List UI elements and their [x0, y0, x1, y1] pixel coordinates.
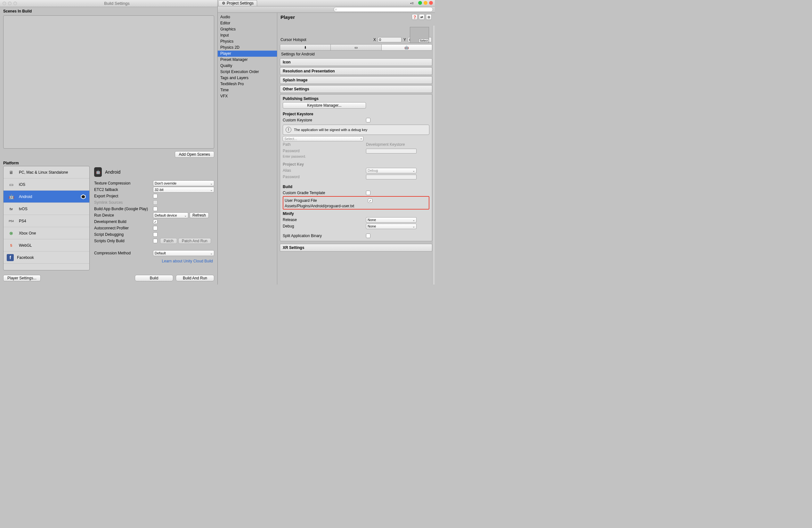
cat-vfx[interactable]: VFX: [218, 93, 277, 99]
minimize-icon[interactable]: [8, 2, 12, 5]
gear-icon[interactable]: ⚙: [426, 14, 432, 20]
cat-preset[interactable]: Preset Manager: [218, 57, 277, 63]
build-and-run-button[interactable]: Build And Run: [176, 275, 214, 281]
minimize-icon[interactable]: [424, 1, 427, 5]
player-settings-button[interactable]: Player Settings...: [3, 275, 41, 281]
cat-script-order[interactable]: Script Execution Order: [218, 69, 277, 75]
page-title: Player: [280, 14, 410, 20]
fold-other[interactable]: Other Settings: [280, 85, 432, 93]
custom-keystore-checkbox[interactable]: [366, 118, 371, 123]
zoom-icon[interactable]: [13, 2, 17, 5]
dev-build-checkbox[interactable]: [153, 219, 158, 224]
default-icon-swatch[interactable]: Select: [410, 27, 429, 43]
add-open-scenes-button[interactable]: Add Open Scenes: [175, 151, 214, 158]
cursor-hotspot-label: Cursor Hotspot: [280, 38, 372, 42]
app-bundle-checkbox[interactable]: [153, 206, 158, 211]
x-label: X: [373, 38, 376, 42]
run-device-select[interactable]: Default device: [153, 212, 188, 218]
xbox-icon: ⊗: [7, 230, 16, 237]
scrollbar[interactable]: [432, 26, 435, 285]
tab-project-settings[interactable]: ⚙ Project Settings: [218, 0, 257, 6]
cat-audio[interactable]: Audio: [218, 14, 277, 20]
cat-tmp[interactable]: TextMesh Pro: [218, 81, 277, 87]
keystore-select: Select...: [283, 136, 363, 141]
platform-label: tvOS: [19, 206, 28, 211]
platform-item-android[interactable]: 🤖 Android: [3, 191, 89, 203]
scenes-list[interactable]: [3, 15, 214, 149]
scenes-in-build-label: Scenes In Build: [0, 7, 217, 14]
search-input[interactable]: [334, 7, 433, 12]
publishing-settings: Publishing Settings Keystore Manager... …: [280, 94, 432, 241]
preset-icon[interactable]: ⇄: [419, 14, 424, 20]
detail-title: Android: [105, 170, 120, 175]
cloud-build-link[interactable]: Learn about Unity Cloud Build: [94, 256, 214, 265]
platform-label: PC, Mac & Linux Standalone: [19, 170, 68, 175]
platform-item-webgl[interactable]: 5 WebGL: [3, 239, 89, 252]
plat-tab-ios[interactable]: ▭: [331, 44, 381, 50]
platform-item-ios[interactable]: ▭ iOS: [3, 179, 89, 191]
cat-editor[interactable]: Editor: [218, 20, 277, 26]
platform-label: Xbox One: [19, 231, 36, 236]
zoom-icon[interactable]: [418, 1, 422, 5]
cursor-x-input[interactable]: [378, 37, 402, 42]
close-icon[interactable]: [3, 2, 6, 5]
fold-splash[interactable]: Splash Image: [280, 76, 432, 84]
key-password-label: Password: [283, 175, 366, 179]
debug-select[interactable]: None: [366, 224, 417, 229]
autoconnect-checkbox[interactable]: [153, 226, 158, 230]
build-button[interactable]: Build: [135, 275, 173, 281]
cat-physics2d[interactable]: Physics 2D: [218, 44, 277, 51]
keystore-manager-button[interactable]: Keystore Manager...: [283, 102, 366, 109]
cat-input[interactable]: Input: [218, 32, 277, 39]
tvos-icon: tv: [7, 205, 16, 212]
select-button[interactable]: Select: [419, 39, 429, 43]
tab-label: Project Settings: [227, 1, 253, 5]
project-keystore-label: Project Keystore: [283, 112, 430, 116]
platform-label: Facebook: [17, 255, 34, 260]
options-icon[interactable]: ▪≡: [410, 1, 414, 5]
export-project-checkbox[interactable]: [153, 194, 158, 198]
plat-tab-android[interactable]: 🤖: [382, 44, 432, 50]
fold-resolution[interactable]: Resolution and Presentation: [280, 67, 432, 75]
ps4-icon: PS4: [7, 217, 16, 225]
cat-time[interactable]: Time: [218, 87, 277, 93]
patch-button: Patch: [160, 238, 177, 244]
cat-tags[interactable]: Tags and Layers: [218, 75, 277, 81]
compression-select[interactable]: Default: [153, 250, 214, 256]
build-section-label: Build: [283, 185, 430, 189]
etc2-select[interactable]: 32-bit: [153, 187, 214, 192]
cat-player[interactable]: Player: [218, 51, 277, 57]
refresh-button[interactable]: Refresh: [190, 212, 209, 218]
android-icon: 🤖: [7, 193, 16, 200]
script-debug-checkbox[interactable]: [153, 232, 158, 237]
run-device-label: Run Device: [94, 213, 153, 217]
platform-item-facebook[interactable]: f Facebook: [3, 252, 89, 264]
compression-label: Compression Method: [94, 251, 153, 255]
release-select[interactable]: None: [366, 217, 417, 223]
help-icon[interactable]: ❓: [412, 14, 418, 20]
export-project-label: Export Project: [94, 194, 153, 198]
scripts-only-checkbox[interactable]: [153, 239, 158, 243]
android-icon: 🤖: [94, 167, 102, 177]
fold-xr[interactable]: XR Settings: [280, 244, 432, 252]
cat-graphics[interactable]: Graphics: [218, 26, 277, 32]
platform-item-ps4[interactable]: PS4 PS4: [3, 215, 89, 227]
platform-item-standalone[interactable]: 🖥 PC, Mac & Linux Standalone: [3, 166, 89, 179]
gradle-checkbox[interactable]: [366, 191, 371, 195]
platform-label: Platform: [0, 159, 217, 166]
plat-tab-standalone[interactable]: ⬇: [280, 44, 331, 50]
debug-label: Debug: [283, 224, 366, 228]
app-bundle-label: Build App Bundle (Google Play): [94, 206, 153, 211]
platform-item-xboxone[interactable]: ⊗ Xbox One: [3, 227, 89, 239]
texture-compression-select[interactable]: Don't override: [153, 180, 214, 186]
fold-icon[interactable]: Icon: [280, 58, 432, 66]
cat-quality[interactable]: Quality: [218, 63, 277, 69]
platform-item-tvos[interactable]: tv tvOS: [3, 203, 89, 215]
close-icon[interactable]: [429, 1, 433, 5]
proguard-checkbox[interactable]: [368, 198, 372, 203]
split-binary-checkbox[interactable]: [366, 233, 371, 238]
tab-bar: ⚙ Project Settings: [218, 0, 435, 6]
traffic-lights: [418, 1, 433, 5]
cat-physics[interactable]: Physics: [218, 39, 277, 44]
scripts-only-label: Scripts Only Build: [94, 239, 153, 243]
